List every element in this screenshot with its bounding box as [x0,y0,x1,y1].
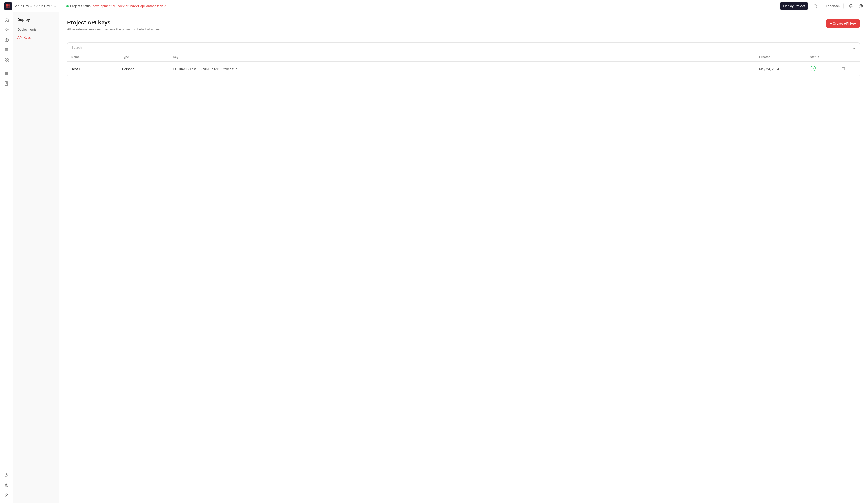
svg-point-9 [6,28,7,29]
col-key: Key [173,55,759,59]
feedback-button[interactable]: Feedback [823,2,844,9]
nav-settings-1-button[interactable] [2,471,11,480]
search-row [67,43,860,53]
sidebar-icons-bottom [2,471,11,500]
svg-point-11 [4,30,5,30]
main-layout: Deploy Deployments API Keys Project API … [0,12,868,503]
search-input[interactable] [67,43,848,52]
svg-point-32 [6,494,7,496]
project-status[interactable]: Project Status [66,4,91,8]
svg-point-10 [8,30,8,30]
cell-created: May 24, 2024 [759,67,810,71]
external-link-icon: ↗ [164,4,166,8]
project-url-link[interactable]: development-arundev-arundev1.api.lamatic… [93,4,166,8]
connections-icon [4,28,9,32]
project-status-section: Project Status development-arundev-arund… [61,4,166,8]
search-button[interactable] [813,3,818,9]
user-icon [4,493,9,498]
nav-settings-2-button[interactable] [2,481,11,490]
breadcrumb: Arun Dev ⌄ / Arun Dev 1 ⌄ [15,4,56,8]
nav-models-button[interactable] [2,35,11,45]
trash-icon [841,66,845,71]
col-created: Created [759,55,810,59]
create-api-key-button[interactable]: + Create API key [826,19,860,28]
sidebar-icons [0,12,13,503]
svg-rect-22 [5,61,6,62]
svg-rect-20 [5,59,6,60]
col-type: Type [122,55,173,59]
sidebar-item-deployments[interactable]: Deployments [13,25,59,33]
api-keys-table-section: Name Type Key Created Status Test 1 Pers… [67,42,860,76]
status-dot [66,5,69,7]
document-icon [4,81,9,86]
user-circle-icon [859,4,863,8]
home-icon [4,18,9,22]
nav-home-button[interactable] [2,15,11,24]
settings-icon [4,473,9,478]
nav-list-button[interactable] [2,69,11,78]
col-name: Name [71,55,122,59]
grid-icon [4,58,9,63]
svg-rect-0 [6,4,8,6]
box-icon [4,38,9,42]
svg-line-5 [816,7,817,8]
cell-delete [840,65,856,72]
main-content: Project API keys Allow external services… [59,12,868,503]
secondary-sidebar: Deploy Deployments API Keys [13,12,59,503]
cell-key: lt-104e12123a9927d615c32e633fdcaf5c [173,67,759,71]
page-subtitle: Allow external services to access the pr… [67,28,161,31]
chevron-down-icon: ⌄ [30,4,32,8]
svg-point-8 [6,29,7,31]
svg-rect-33 [842,68,845,70]
breadcrumb-org[interactable]: Arun Dev ⌄ [15,4,32,8]
col-status: Status [810,55,840,59]
navbar: Arun Dev ⌄ / Arun Dev 1 ⌄ Project Status… [0,0,868,12]
svg-point-31 [6,474,7,476]
user-profile-button[interactable] [858,3,864,9]
breadcrumb-project[interactable]: Arun Dev 1 ⌄ [36,4,56,8]
deploy-project-button[interactable]: Deploy Project [780,2,808,10]
status-shield-icon [810,65,816,72]
table-row: Test 1 Personal lt-104e12123a9927d615c32… [67,62,860,76]
chevron-down-icon-2: ⌄ [54,4,56,8]
page-title: Project API keys [67,19,161,26]
navbar-right: Deploy Project Feedback [780,2,864,10]
sidebar-nav-title: Deploy [13,17,59,25]
database-icon [4,48,9,52]
svg-rect-17 [5,49,8,52]
svg-rect-2 [6,6,8,8]
delete-api-key-button[interactable] [840,65,846,72]
svg-rect-23 [7,61,8,62]
breadcrumb-separator: / [34,4,35,8]
cell-status [810,65,840,73]
nav-user-button[interactable] [2,491,11,500]
sidebar-item-api-keys[interactable]: API Keys [13,33,59,41]
filter-icon [852,45,856,49]
svg-rect-21 [7,59,8,60]
notifications-button[interactable] [848,3,854,9]
table-header: Name Type Key Created Status [67,53,860,62]
list-icon [4,71,9,76]
gear-icon [4,483,9,487]
cell-type: Personal [122,67,173,71]
svg-rect-1 [8,4,10,6]
nav-docs-button[interactable] [2,79,11,88]
filter-button[interactable] [848,43,860,52]
bell-icon [849,4,853,8]
app-logo[interactable] [4,2,12,10]
nav-logs-button[interactable] [2,46,11,55]
svg-rect-3 [8,6,10,8]
nav-apps-button[interactable] [2,56,11,65]
search-icon [814,4,817,8]
col-actions [840,55,856,59]
cell-name: Test 1 [71,67,122,71]
nav-connections-button[interactable] [2,25,11,34]
